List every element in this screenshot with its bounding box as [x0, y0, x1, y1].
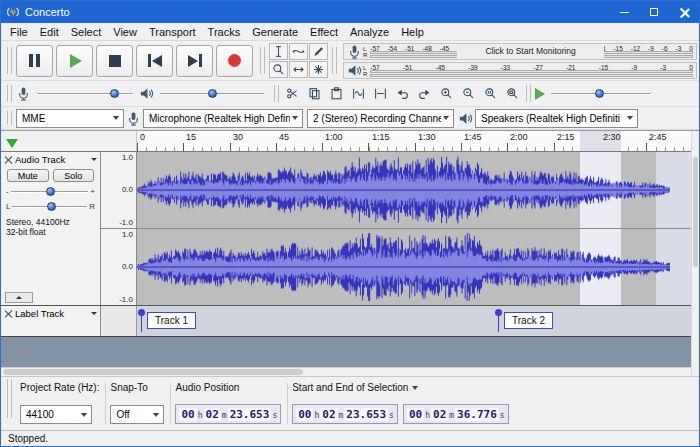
- zoom-tool-button[interactable]: [269, 61, 288, 78]
- cut-button[interactable]: [283, 84, 302, 103]
- vertical-scroll-thumb[interactable]: [693, 157, 698, 267]
- envelope-tool-button[interactable]: [289, 43, 308, 60]
- label-marker[interactable]: [498, 310, 499, 332]
- horizontal-scroll-thumb[interactable]: [3, 369, 303, 375]
- tools-toolbar-grip[interactable]: [260, 47, 265, 74]
- selection-range-label[interactable]: Start and End of Selection: [292, 382, 508, 393]
- label-track-content[interactable]: Track 1 Track 2: [137, 306, 691, 336]
- menu-generate[interactable]: Generate: [246, 25, 304, 39]
- skip-start-icon: [148, 54, 162, 67]
- collapse-track-button[interactable]: [5, 292, 33, 303]
- play-at-speed-icon[interactable]: [535, 88, 545, 100]
- selection-end-field[interactable]: 00h 02m 36.776s: [403, 404, 509, 424]
- recording-channels-select[interactable]: 2 (Stereo) Recording Channels: [307, 109, 454, 128]
- menu-select[interactable]: Select: [65, 25, 108, 39]
- skip-to-end-button[interactable]: [176, 45, 213, 77]
- fit-project-button[interactable]: [503, 84, 522, 103]
- fit-selection-button[interactable]: [481, 84, 500, 103]
- waveform-left[interactable]: [137, 152, 691, 228]
- gain-slider[interactable]: [11, 186, 89, 198]
- timeshift-tool-button[interactable]: [289, 61, 308, 78]
- play-speed-slider[interactable]: [551, 87, 651, 101]
- mute-button[interactable]: Mute: [7, 169, 49, 182]
- selection-toolbar-grip[interactable]: [7, 379, 12, 418]
- menu-tracks[interactable]: Tracks: [202, 25, 247, 39]
- pan-slider[interactable]: [12, 201, 87, 213]
- label-text[interactable]: Track 1: [147, 312, 196, 329]
- stop-button[interactable]: [96, 45, 133, 77]
- menu-file[interactable]: File: [4, 25, 34, 39]
- playback-meter[interactable]: LR -57-51-45-39-33-27-21-15-9-30: [343, 62, 697, 79]
- recording-meter[interactable]: LR -57-54-51-48-45-42-39-36-33-30-27-24-…: [343, 43, 697, 60]
- pause-icon: [29, 54, 40, 67]
- track-format-line2: 32-bit float: [6, 227, 95, 237]
- snap-to-select[interactable]: Off: [110, 405, 164, 424]
- track-menu-icon[interactable]: [91, 158, 97, 161]
- close-button[interactable]: [669, 1, 699, 23]
- label-track-margin: [101, 306, 137, 336]
- label-track-control-panel: Label Track: [1, 306, 101, 336]
- empty-track-area[interactable]: [1, 337, 691, 367]
- track-menu-icon[interactable]: [91, 312, 97, 315]
- menu-transport[interactable]: Transport: [143, 25, 202, 39]
- transport-toolbar-grip[interactable]: [7, 47, 12, 74]
- pan-right-label: R: [89, 202, 95, 211]
- audio-position-field[interactable]: 00h 02m 23.653s: [175, 404, 281, 424]
- edit-toolbar-grip[interactable]: [274, 85, 279, 102]
- play-at-speed-toolbar-grip[interactable]: [526, 85, 531, 102]
- recording-device-select[interactable]: Microphone (Realtek High Defini: [143, 109, 303, 128]
- paste-button[interactable]: [327, 84, 346, 103]
- selection-start-field[interactable]: 00h 02m 23.653s: [292, 404, 398, 424]
- zoom-in-button[interactable]: [437, 84, 456, 103]
- close-track-button[interactable]: [4, 156, 12, 164]
- multi-tool-button[interactable]: [309, 61, 328, 78]
- tools-toolbar: [269, 43, 328, 78]
- meter-toolbars: LR -57-54-51-48-45-42-39-36-33-30-27-24-…: [343, 43, 697, 79]
- label-text[interactable]: Track 2: [504, 312, 553, 329]
- record-button[interactable]: [216, 45, 253, 77]
- audio-host-select[interactable]: MME: [16, 109, 124, 128]
- copy-button[interactable]: [305, 84, 324, 103]
- menu-effect[interactable]: Effect: [304, 25, 344, 39]
- redo-button[interactable]: [415, 84, 434, 103]
- menu-edit[interactable]: Edit: [34, 25, 65, 39]
- project-rate-select[interactable]: 44100: [20, 405, 92, 424]
- meter-toolbar-grip[interactable]: [332, 47, 337, 74]
- close-track-button[interactable]: [4, 310, 12, 318]
- minimize-button[interactable]: [609, 1, 639, 23]
- waveform-right[interactable]: [137, 229, 691, 305]
- waveform-canvas: [137, 229, 670, 305]
- gain-thumb[interactable]: [46, 187, 55, 196]
- maximize-button[interactable]: [639, 1, 669, 23]
- playback-volume-slider[interactable]: [160, 87, 264, 101]
- quick-play-icon[interactable]: [6, 139, 18, 148]
- pan-thumb[interactable]: [47, 202, 56, 211]
- selection-tool-button[interactable]: [269, 43, 288, 60]
- draw-tool-button[interactable]: [309, 43, 328, 60]
- monitoring-text[interactable]: Click to Start Monitoring: [457, 45, 605, 58]
- menu-analyze[interactable]: Analyze: [344, 25, 395, 39]
- zoom-out-button[interactable]: [459, 84, 478, 103]
- recording-volume-thumb[interactable]: [110, 89, 119, 98]
- undo-button[interactable]: [393, 84, 412, 103]
- mixer-toolbar-grip[interactable]: [7, 85, 12, 102]
- timeline-ruler[interactable]: 0 15 30 45 1:00 1:15 1:30 1:45 2:00 2:15…: [137, 131, 691, 151]
- menu-view[interactable]: View: [107, 25, 143, 39]
- vertical-scale-right[interactable]: 1.0 0.0 -1.0: [101, 229, 137, 305]
- vertical-scale-left[interactable]: 1.0 0.0 -1.0: [101, 152, 137, 228]
- pause-button[interactable]: [16, 45, 53, 77]
- recording-volume-slider[interactable]: [37, 87, 133, 101]
- playback-volume-thumb[interactable]: [208, 89, 217, 98]
- play-speed-thumb[interactable]: [595, 89, 604, 98]
- play-button[interactable]: [56, 45, 93, 77]
- menu-help[interactable]: Help: [395, 25, 430, 39]
- trim-audio-button[interactable]: [349, 84, 368, 103]
- solo-button[interactable]: Solo: [53, 169, 95, 182]
- playback-device-select[interactable]: Speakers (Realtek High Definiti: [475, 109, 638, 128]
- device-toolbar-grip[interactable]: [7, 111, 12, 125]
- skip-to-start-button[interactable]: [136, 45, 173, 77]
- silence-audio-button[interactable]: [371, 84, 390, 103]
- horizontal-scrollbar[interactable]: [1, 367, 691, 376]
- label-marker[interactable]: [141, 310, 142, 332]
- vertical-scrollbar[interactable]: [691, 131, 699, 376]
